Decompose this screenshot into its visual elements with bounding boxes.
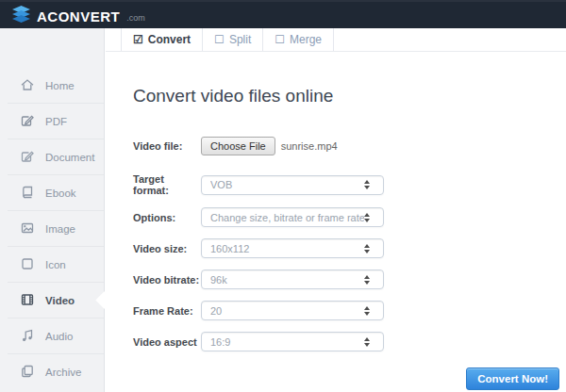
film-icon xyxy=(20,292,35,309)
sidebar-item-image[interactable]: Image xyxy=(0,211,104,246)
select-value: 20 xyxy=(210,305,364,317)
tab-split[interactable]: ☐ Split xyxy=(202,28,262,51)
sidebar-item-label: Image xyxy=(45,223,75,235)
form-row-video-file: Video file: Choose File sunrise.mp4 xyxy=(133,137,566,155)
form-row-options: Options: Change size, bitrate or frame r… xyxy=(133,207,566,227)
sidebar-item-audio[interactable]: Audio xyxy=(0,318,104,353)
layers-icon xyxy=(12,6,30,24)
book-icon xyxy=(20,185,35,202)
form-row-video-bitrate: Video bitrate: 96k xyxy=(133,270,566,289)
sidebar-item-archive[interactable]: Archive xyxy=(0,354,104,389)
sidebar-item-video[interactable]: Video xyxy=(0,283,104,318)
sidebar-item-label: Document xyxy=(45,152,94,163)
select-value: VOB xyxy=(210,179,364,190)
video-bitrate-select[interactable]: 96k xyxy=(201,270,384,289)
sidebar-item-label: Home xyxy=(45,80,75,91)
select-stepper-icon xyxy=(364,306,370,316)
field-label: Video file: xyxy=(133,140,201,152)
category-sidebar: Home PDF Document xyxy=(0,28,105,392)
mode-tabbar: ☑ Convert ☐ Split ☐ Merge xyxy=(106,28,566,52)
sidebar-item-document[interactable]: Document xyxy=(0,139,104,174)
tab-label: Convert xyxy=(148,33,191,46)
sidebar-item-pdf[interactable]: PDF xyxy=(0,104,104,139)
page-title: Convert video files online xyxy=(133,86,566,106)
app-header: ACONVERT .com xyxy=(0,0,566,28)
field-label: Video bitrate: xyxy=(133,274,201,286)
form-row-video-aspect: Video aspect 16:9 xyxy=(133,332,566,351)
select-stepper-icon xyxy=(364,213,370,222)
sidebar-item-label: Ebook xyxy=(45,188,76,199)
tab-label: Merge xyxy=(290,33,322,46)
field-label: Target format: xyxy=(133,173,201,196)
form-row-target-format: Target format: VOB xyxy=(133,173,566,196)
select-value: 16:9 xyxy=(210,336,364,348)
video-aspect-select[interactable]: 16:9 xyxy=(201,332,384,351)
convert-now-button[interactable]: Convert Now! xyxy=(466,368,559,390)
frame-rate-select[interactable]: 20 xyxy=(201,301,384,320)
select-value: 160x112 xyxy=(210,243,364,254)
tab-label: Split xyxy=(229,33,251,46)
select-value: Change size, bitrate or frame rate xyxy=(210,212,364,223)
music-icon xyxy=(20,328,35,345)
sidebar-item-label: Video xyxy=(45,295,75,306)
choose-file-button[interactable]: Choose File xyxy=(201,137,275,155)
sidebar-item-home[interactable]: Home xyxy=(0,68,104,103)
checkbox-empty-icon: ☐ xyxy=(214,34,225,45)
sidebar-item-label: Icon xyxy=(45,259,66,270)
sidebar-item-ebook[interactable]: Ebook xyxy=(0,175,104,210)
sidebar-item-label: Archive xyxy=(45,367,81,378)
video-size-select[interactable]: 160x112 xyxy=(201,238,384,258)
field-label: Frame Rate: xyxy=(133,305,201,317)
form-row-frame-rate: Frame Rate: 20 xyxy=(133,301,566,320)
brand-logo[interactable]: ACONVERT .com xyxy=(12,6,145,24)
edit-pdf-icon xyxy=(20,113,35,130)
sidebar-item-label: Audio xyxy=(45,331,73,342)
select-value: 96k xyxy=(210,274,364,286)
picture-icon xyxy=(20,220,35,237)
edit-doc-icon xyxy=(20,149,35,166)
field-label: Video aspect xyxy=(133,336,201,348)
tab-convert[interactable]: ☑ Convert xyxy=(121,28,202,51)
options-select[interactable]: Change size, bitrate or frame rate xyxy=(201,207,384,227)
select-stepper-icon xyxy=(364,337,370,347)
square-icon xyxy=(20,256,35,273)
copy-icon xyxy=(20,364,35,381)
home-icon xyxy=(20,77,35,94)
aconvert-app: ACONVERT .com Home PDF xyxy=(0,0,566,392)
checkbox-empty-icon: ☐ xyxy=(275,34,285,45)
checkbox-checked-icon: ☑ xyxy=(133,34,143,45)
sidebar-item-icon[interactable]: Icon xyxy=(0,247,104,282)
brand-suffix: .com xyxy=(126,14,145,24)
tab-merge[interactable]: ☐ Merge xyxy=(262,28,334,51)
select-stepper-icon xyxy=(364,180,370,189)
select-stepper-icon xyxy=(364,244,370,253)
selected-filename: sunrise.mp4 xyxy=(281,140,338,152)
select-stepper-icon xyxy=(364,275,370,285)
field-label: Options: xyxy=(133,212,201,223)
brand-name: ACONVERT xyxy=(37,9,120,24)
form-row-video-size: Video size: 160x112 xyxy=(133,238,566,258)
main-content: ☑ Convert ☐ Split ☐ Merge Convert video … xyxy=(106,28,566,392)
convert-form: Video file: Choose File sunrise.mp4 Targ… xyxy=(133,137,566,351)
field-label: Video size: xyxy=(133,243,201,254)
target-format-select[interactable]: VOB xyxy=(201,175,384,195)
sidebar-item-label: PDF xyxy=(45,116,67,127)
